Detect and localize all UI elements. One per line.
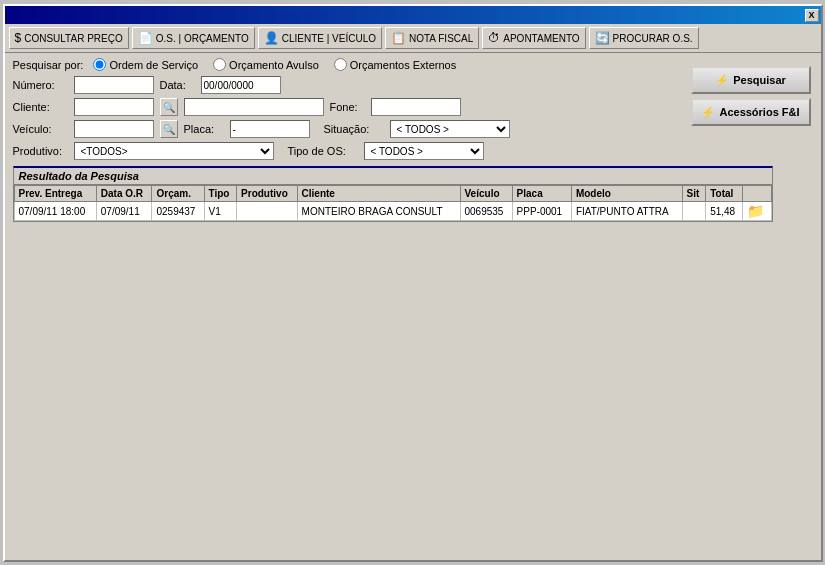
title-bar: X	[5, 6, 821, 24]
placa-input[interactable]	[230, 120, 310, 138]
acessorios-label: Acessórios F&I	[719, 106, 799, 118]
toolbar-label-consultar-preco: CONSULTAR PREÇO	[24, 33, 123, 44]
radio-externos-label: Orçamentos Externos	[350, 59, 456, 71]
close-button[interactable]: X	[805, 9, 819, 22]
radio-os[interactable]	[93, 58, 106, 71]
col-orcamento: Orçam.	[152, 186, 204, 202]
col-produtivo: Produtivo	[237, 186, 297, 202]
main-window: X $CONSULTAR PREÇO📄O.S. | ORÇAMENTO👤CLIE…	[3, 4, 823, 562]
col-sit: Sit	[682, 186, 706, 202]
fone-label: Fone:	[330, 101, 365, 113]
cliente-icon-button[interactable]: 🔍	[160, 98, 178, 116]
table-cell-6: 0069535	[460, 202, 512, 221]
toolbar-icon-consultar-preco: $	[15, 31, 22, 45]
numero-label: Número:	[13, 79, 68, 91]
cliente-input[interactable]	[74, 98, 154, 116]
folder-icon[interactable]: 📁	[747, 203, 764, 219]
pesquisar-por-label: Pesquisar por:	[13, 59, 84, 71]
table-cell-10: 51,48	[706, 202, 743, 221]
col-veiculo: Veículo	[460, 186, 512, 202]
placa-label: Placa:	[184, 123, 224, 135]
cliente-label: Cliente:	[13, 101, 68, 113]
toolbar-btn-procurar-os[interactable]: 🔄PROCURAR O.S.	[589, 27, 699, 49]
veiculo-input[interactable]	[74, 120, 154, 138]
fone-input[interactable]	[371, 98, 461, 116]
data-input[interactable]	[201, 76, 281, 94]
acessorios-button[interactable]: ⚡ Acessórios F&I	[691, 98, 811, 126]
table-cell-0: 07/09/11 18:00	[14, 202, 96, 221]
pesquisar-label: Pesquisar	[733, 74, 786, 86]
radio-option-externos[interactable]: Orçamentos Externos	[334, 58, 456, 71]
produtivo-row: Produtivo: <TODOS> Sim Não Tipo de OS: <…	[13, 142, 813, 160]
produtivo-select[interactable]: <TODOS> Sim Não	[74, 142, 274, 160]
numero-input[interactable]	[74, 76, 154, 94]
tipo-os-label: Tipo de OS:	[288, 145, 358, 157]
col-prev-entrega: Prev. Entrega	[14, 186, 96, 202]
col-total: Total	[706, 186, 743, 202]
toolbar-btn-apontamento[interactable]: ⏱APONTAMENTO	[482, 27, 585, 49]
toolbar-icon-os-orcamento: 📄	[138, 31, 153, 45]
toolbar-btn-cliente-veiculo[interactable]: 👤CLIENTE | VEÍCULO	[258, 27, 382, 49]
data-label: Data:	[160, 79, 195, 91]
situacao-label: Situação:	[324, 123, 384, 135]
table-row[interactable]: 07/09/11 18:0007/09/110259437V1MONTEIRO …	[14, 202, 771, 221]
table-cell-2: 0259437	[152, 202, 204, 221]
veiculo-label: Veículo:	[13, 123, 68, 135]
table-cell-4	[237, 202, 297, 221]
pesquisar-button[interactable]: ⚡ Pesquisar	[691, 66, 811, 94]
radio-group: Ordem de Serviço Orçamento Avulso Orçame…	[93, 58, 456, 71]
col-data-or: Data O.R	[96, 186, 152, 202]
toolbar-btn-nota-fiscal[interactable]: 📋NOTA FISCAL	[385, 27, 479, 49]
veiculo-icon-button[interactable]: 🔍	[160, 120, 178, 138]
tipo-os-select[interactable]: < TODOS > V1 V2	[364, 142, 484, 160]
results-panel: Resultado da Pesquisa Prev. Entrega Data…	[13, 166, 773, 222]
toolbar-label-cliente-veiculo: CLIENTE | VEÍCULO	[282, 33, 376, 44]
acessorios-icon: ⚡	[701, 106, 715, 119]
toolbar-btn-consultar-preco[interactable]: $CONSULTAR PREÇO	[9, 27, 129, 49]
table-cell-folder[interactable]: 📁	[743, 202, 771, 221]
table-header-row: Prev. Entrega Data O.R Orçam. Tipo Produ…	[14, 186, 771, 202]
toolbar-label-procurar-os: PROCURAR O.S.	[613, 33, 693, 44]
table-cell-3: V1	[204, 202, 237, 221]
table-cell-1: 07/09/11	[96, 202, 152, 221]
toolbar-icon-apontamento: ⏱	[488, 31, 500, 45]
pesquisar-icon: ⚡	[715, 74, 729, 87]
table-cell-5: MONTEIRO BRAGA CONSULT	[297, 202, 460, 221]
col-tipo: Tipo	[204, 186, 237, 202]
table-cell-7: PPP-0001	[512, 202, 571, 221]
radio-avulso[interactable]	[213, 58, 226, 71]
toolbar-label-apontamento: APONTAMENTO	[503, 33, 579, 44]
toolbar-icon-nota-fiscal: 📋	[391, 31, 406, 45]
toolbar-icon-procurar-os: 🔄	[595, 31, 610, 45]
radio-avulso-label: Orçamento Avulso	[229, 59, 319, 71]
toolbar-label-os-orcamento: O.S. | ORÇAMENTO	[156, 33, 249, 44]
produtivo-label: Produtivo:	[13, 145, 68, 157]
toolbar-btn-os-orcamento[interactable]: 📄O.S. | ORÇAMENTO	[132, 27, 255, 49]
situacao-select[interactable]: < TODOS > Aberto Fechado	[390, 120, 510, 138]
radio-option-os[interactable]: Ordem de Serviço	[93, 58, 198, 71]
col-modelo: Modelo	[571, 186, 682, 202]
results-table: Prev. Entrega Data O.R Orçam. Tipo Produ…	[14, 185, 772, 221]
toolbar-icon-cliente-veiculo: 👤	[264, 31, 279, 45]
results-header: Resultado da Pesquisa	[14, 168, 772, 185]
col-placa: Placa	[512, 186, 571, 202]
radio-os-label: Ordem de Serviço	[109, 59, 198, 71]
table-cell-9	[682, 202, 706, 221]
radio-option-avulso[interactable]: Orçamento Avulso	[213, 58, 319, 71]
toolbar: $CONSULTAR PREÇO📄O.S. | ORÇAMENTO👤CLIENT…	[5, 24, 821, 53]
action-buttons: ⚡ Pesquisar ⚡ Acessórios F&I	[691, 66, 811, 126]
col-cliente: Cliente	[297, 186, 460, 202]
col-action	[743, 186, 771, 202]
radio-externos[interactable]	[334, 58, 347, 71]
table-cell-8: FIAT/PUNTO ATTRA	[571, 202, 682, 221]
cliente-name-input[interactable]	[184, 98, 324, 116]
toolbar-label-nota-fiscal: NOTA FISCAL	[409, 33, 473, 44]
